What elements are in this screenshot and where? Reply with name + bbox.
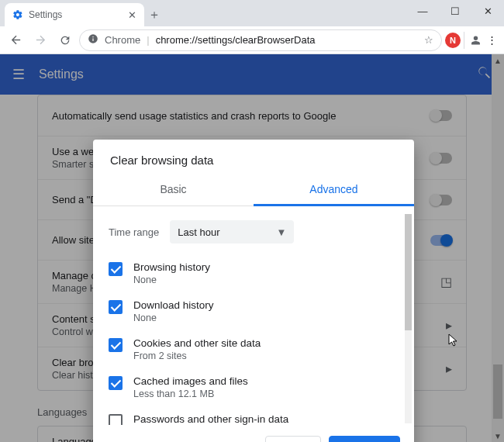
dialog-scrollbar[interactable]: [405, 214, 412, 423]
check-item-cookies[interactable]: Cookies and other site dataFrom 2 sites: [109, 330, 399, 368]
check-item-download-history[interactable]: Download historyNone: [109, 292, 399, 330]
window-control-buttons: — ☐ ✕: [406, 0, 504, 22]
checkbox[interactable]: [109, 414, 123, 425]
time-range-control: Time range Last hour ▼: [109, 220, 399, 243]
check-item-passwords[interactable]: Passwords and other sign-in dataNone: [109, 406, 399, 425]
forward-button[interactable]: [29, 29, 51, 51]
extension-icon[interactable]: N: [445, 33, 461, 48]
clear-browsing-data-dialog: Clear browsing data Basic Advanced Time …: [93, 140, 414, 442]
new-tab-button[interactable]: ＋: [144, 5, 164, 25]
check-item-cache[interactable]: Cached images and filesLess than 12.1 MB: [109, 368, 399, 406]
bookmark-star-icon[interactable]: ☆: [424, 34, 433, 46]
tab-advanced[interactable]: Advanced: [254, 174, 414, 206]
checkbox[interactable]: [109, 300, 123, 314]
reload-button[interactable]: [54, 29, 76, 51]
window-maximize-button[interactable]: ☐: [439, 0, 471, 22]
tab-title: Settings: [29, 9, 123, 20]
dialog-body: Time range Last hour ▼ Browsing historyN…: [93, 206, 414, 425]
kebab-menu-icon[interactable]: ⋮: [484, 34, 499, 46]
checkbox[interactable]: [109, 262, 123, 276]
scrollbar-thumb[interactable]: [405, 214, 412, 330]
address-bar[interactable]: Chrome | chrome://settings/clearBrowserD…: [79, 29, 442, 51]
profile-avatar-icon[interactable]: [464, 32, 481, 49]
browser-toolbar: Chrome | chrome://settings/clearBrowserD…: [0, 26, 504, 54]
browser-tab[interactable]: Settings ✕: [5, 3, 144, 26]
dialog-tabs: Basic Advanced: [93, 174, 414, 206]
site-info-icon[interactable]: [88, 33, 98, 47]
omnibox-url: chrome://settings/clearBrowserData: [156, 34, 316, 46]
dropdown-caret-icon: ▼: [276, 226, 286, 238]
window-titlebar: Settings ✕ ＋ — ☐ ✕: [0, 0, 504, 26]
tab-basic[interactable]: Basic: [93, 174, 254, 205]
time-range-select[interactable]: Last hour ▼: [170, 220, 294, 243]
omnibox-host: Chrome: [105, 34, 140, 46]
clear-data-checklist: Browsing historyNone Download historyNon…: [109, 254, 399, 425]
window-minimize-button[interactable]: —: [406, 0, 439, 22]
clear-data-button[interactable]: Clear data: [329, 436, 400, 442]
settings-favicon-icon: [12, 9, 23, 20]
tab-close-icon[interactable]: ✕: [128, 9, 136, 21]
checkbox[interactable]: [109, 338, 123, 352]
cancel-button[interactable]: Cancel: [265, 436, 321, 442]
time-range-value: Last hour: [178, 226, 219, 238]
check-item-browsing-history[interactable]: Browsing historyNone: [109, 254, 399, 292]
window-close-button[interactable]: ✕: [471, 0, 504, 22]
time-range-label: Time range: [109, 226, 159, 238]
dialog-title: Clear browsing data: [93, 140, 414, 174]
checkbox[interactable]: [109, 376, 123, 390]
dialog-actions: Cancel Clear data: [93, 425, 414, 442]
back-button[interactable]: [5, 29, 26, 51]
